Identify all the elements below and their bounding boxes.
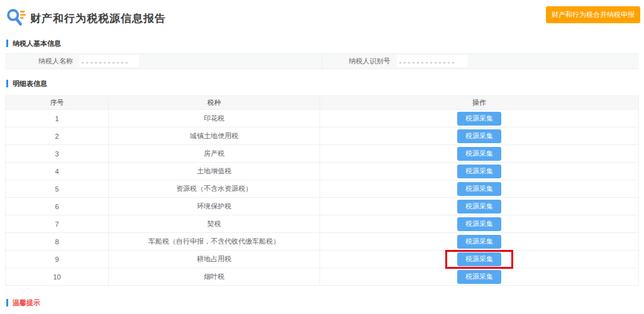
row-seq: 2 — [6, 127, 109, 144]
collect-tax-source-button[interactable]: 税源采集 — [457, 217, 501, 231]
row-action-cell: 税源采集 — [320, 268, 638, 285]
table-row: 6环境保护税税源采集 — [6, 198, 638, 215]
collect-tax-source-button[interactable]: 税源采集 — [457, 270, 501, 284]
table-header-row: 序号 税种 操作 — [6, 96, 638, 110]
table-row: 4土地增值税税源采集 — [6, 163, 638, 180]
column-header-tax-type: 税种 — [109, 96, 320, 109]
row-action-cell: 税源采集 — [320, 110, 638, 127]
page-header: 财产和行为税税源信息报告 财产和行为税合并纳税申报 — [0, 0, 644, 29]
taxpayer-info-row: 纳税人名称 纳税人识别号 — [5, 53, 639, 69]
row-tax-name: 烟叶税 — [109, 268, 320, 285]
collect-tax-source-button[interactable]: 税源采集 — [457, 147, 501, 161]
taxpayer-name-value-redacted — [79, 55, 139, 67]
row-tax-name: 土地增值税 — [109, 163, 320, 180]
row-tax-name: 房产税 — [109, 145, 320, 162]
taxpayer-info-section-title: 纳税人基本信息 — [6, 40, 644, 47]
row-seq: 3 — [6, 145, 109, 162]
row-action-cell: 税源采集 — [320, 163, 638, 180]
table-row: 7契税税源采集 — [6, 215, 638, 233]
row-tax-name: 印花税 — [109, 110, 320, 127]
row-action-cell: 税源采集 — [320, 251, 638, 268]
collect-tax-source-button[interactable]: 税源采集 — [457, 252, 501, 266]
row-action-cell: 税源采集 — [320, 198, 638, 215]
row-seq: 7 — [6, 215, 109, 232]
tips-section-title: 温馨提示 — [6, 299, 644, 306]
collect-tax-source-button[interactable]: 税源采集 — [457, 165, 501, 178]
table-row: 2城镇土地使用税税源采集 — [6, 127, 638, 145]
row-tax-name: 耕地占用税 — [109, 251, 320, 268]
table-row: 3房产税税源采集 — [6, 145, 638, 163]
row-action-cell: 税源采集 — [320, 145, 638, 162]
row-action-cell: 税源采集 — [320, 127, 638, 144]
row-tax-name: 契税 — [109, 215, 320, 232]
taxpayer-name-label: 纳税人名称 — [5, 57, 73, 66]
collect-tax-source-button[interactable]: 税源采集 — [457, 182, 501, 196]
column-header-action: 操作 — [320, 96, 638, 109]
row-seq: 10 — [6, 268, 109, 285]
consolidated-declaration-button[interactable]: 财产和行为税合并纳税申报 — [546, 6, 640, 23]
page-title: 财产和行为税税源信息报告 — [30, 11, 166, 26]
row-action-cell: 税源采集 — [320, 180, 638, 197]
table-body: 1印花税税源采集2城镇土地使用税税源采集3房产税税源采集4土地增值税税源采集5资… — [6, 110, 638, 286]
row-seq: 4 — [6, 163, 109, 180]
taxpayer-name-group: 纳税人名称 — [5, 54, 323, 68]
table-row: 5资源税（不含水资源税）税源采集 — [6, 180, 638, 198]
row-tax-name: 城镇土地使用税 — [109, 127, 320, 144]
row-tax-name: 资源税（不含水资源税） — [109, 180, 320, 197]
taxpayer-id-label: 纳税人识别号 — [323, 57, 391, 66]
row-seq: 9 — [6, 251, 109, 268]
table-row: 9耕地占用税税源采集 — [6, 251, 638, 268]
taxpayer-id-group: 纳税人识别号 — [323, 54, 640, 68]
table-row: 10烟叶税税源采集 — [6, 268, 638, 286]
row-tax-name: 车船税（自行申报，不含代收代缴车船税） — [109, 233, 320, 250]
row-seq: 5 — [6, 180, 109, 197]
collect-tax-source-button[interactable]: 税源采集 — [457, 112, 501, 126]
row-tax-name: 环境保护税 — [109, 198, 320, 215]
row-action-cell: 税源采集 — [320, 233, 638, 250]
search-report-icon — [5, 8, 26, 29]
table-row: 8车船税（自行申报，不含代收代缴车船税）税源采集 — [6, 233, 638, 251]
taxpayer-id-value-redacted — [397, 55, 467, 67]
row-action-cell: 税源采集 — [320, 215, 638, 232]
row-seq: 6 — [6, 198, 109, 215]
collect-tax-source-button[interactable]: 税源采集 — [457, 200, 501, 214]
detail-table-section-title: 明细表信息 — [6, 80, 644, 87]
tax-type-table: 序号 税种 操作 1印花税税源采集2城镇土地使用税税源采集3房产税税源采集4土地… — [5, 95, 639, 286]
row-seq: 8 — [6, 233, 109, 250]
row-seq: 1 — [6, 110, 109, 127]
collect-tax-source-button[interactable]: 税源采集 — [457, 235, 501, 249]
collect-tax-source-button[interactable]: 税源采集 — [457, 129, 501, 143]
column-header-seq: 序号 — [6, 96, 109, 109]
table-row: 1印花税税源采集 — [6, 110, 638, 127]
